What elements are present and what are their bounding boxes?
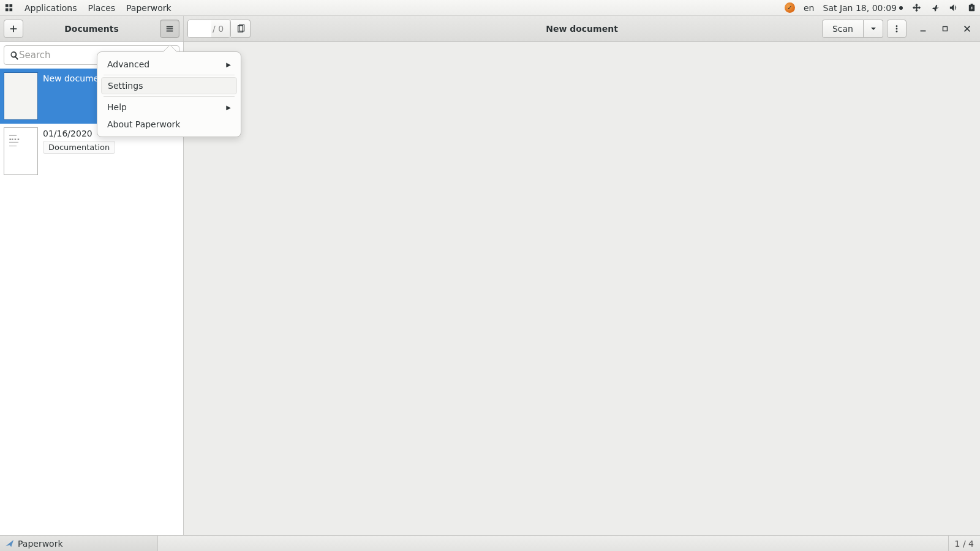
menu-separator (104, 75, 235, 75)
scan-dropdown-button[interactable] (864, 20, 883, 38)
os-menu-applications[interactable]: Applications (24, 3, 77, 13)
menu-item-help[interactable]: Help ▶ (101, 99, 237, 116)
svg-point-3 (896, 28, 898, 29)
os-menu-places[interactable]: Places (88, 3, 116, 13)
svg-point-2 (896, 25, 898, 27)
menu-item-settings[interactable]: Settings (101, 77, 237, 94)
hamburger-popover: Advanced ▶ Settings Help ▶ About Paperwo… (97, 51, 241, 137)
chevron-down-icon (870, 26, 876, 32)
app-header: Documents / 0 New document Scan (0, 16, 980, 42)
workspace-indicator[interactable]: 1 / 4 (948, 536, 980, 551)
chevron-right-icon: ▶ (226, 104, 231, 111)
svg-rect-6 (943, 26, 948, 31)
battery-icon[interactable] (967, 3, 976, 13)
page-icon (236, 24, 245, 33)
menu-item-label: Help (107, 102, 127, 112)
update-icon[interactable]: ✓ (785, 2, 795, 13)
document-list[interactable]: New document ━━━━▪▪ ▪ ▪━━━━━━━━━ 01/16/2… (0, 69, 183, 535)
sidebar-title: Documents (23, 24, 160, 34)
maximize-icon (941, 24, 949, 33)
window-maximize-button[interactable] (936, 21, 954, 37)
hamburger-icon (165, 24, 174, 33)
menu-item-label: Advanced (107, 59, 149, 69)
minimize-icon (919, 24, 927, 33)
taskbar-app-button[interactable]: Paperwork (0, 536, 158, 551)
close-icon (963, 24, 971, 33)
network-icon[interactable] (911, 3, 921, 13)
keyboard-layout[interactable]: en (804, 3, 815, 13)
page-layout-button[interactable] (231, 20, 251, 38)
chevron-right-icon: ▶ (226, 61, 231, 68)
taskbar-app-label: Paperwork (18, 539, 63, 549)
volume-icon[interactable] (948, 3, 958, 13)
activities-icon (4, 3, 13, 13)
menu-separator (104, 96, 235, 97)
document-tag[interactable]: Documentation (43, 141, 115, 154)
document-title: New document (546, 24, 618, 34)
document-thumbnail (4, 72, 38, 120)
document-thumbnail: ━━━━▪▪ ▪ ▪━━━━━━━━━ (4, 127, 38, 175)
notification-dot (899, 6, 903, 10)
document-view[interactable] (184, 42, 980, 535)
airplane-icon[interactable] (930, 3, 940, 13)
page-number-input[interactable] (188, 20, 211, 37)
search-icon (9, 50, 19, 60)
svg-rect-5 (921, 30, 926, 31)
os-menu-app[interactable]: Paperwork (126, 3, 172, 13)
kebab-icon (892, 24, 901, 33)
window-close-button[interactable] (958, 21, 976, 37)
menu-item-about[interactable]: About Paperwork (101, 116, 237, 133)
plus-icon (9, 24, 18, 33)
paperwork-icon (5, 539, 14, 548)
window-minimize-button[interactable] (914, 21, 932, 37)
scan-button[interactable]: Scan (822, 20, 864, 38)
kebab-menu-button[interactable] (887, 20, 907, 38)
menu-item-label: About Paperwork (107, 119, 180, 129)
new-doc-button[interactable] (4, 20, 23, 38)
clock[interactable]: Sat Jan 18, 00:09 (823, 3, 897, 13)
os-top-bar: Applications Places Paperwork ✓ en Sat J… (0, 0, 980, 16)
menu-item-label: Settings (108, 81, 143, 91)
page-total: / 0 (211, 20, 230, 37)
os-taskbar: Paperwork 1 / 4 (0, 535, 980, 551)
svg-point-4 (896, 30, 898, 32)
hamburger-menu-button[interactable] (160, 20, 179, 38)
menu-item-advanced[interactable]: Advanced ▶ (101, 56, 237, 73)
